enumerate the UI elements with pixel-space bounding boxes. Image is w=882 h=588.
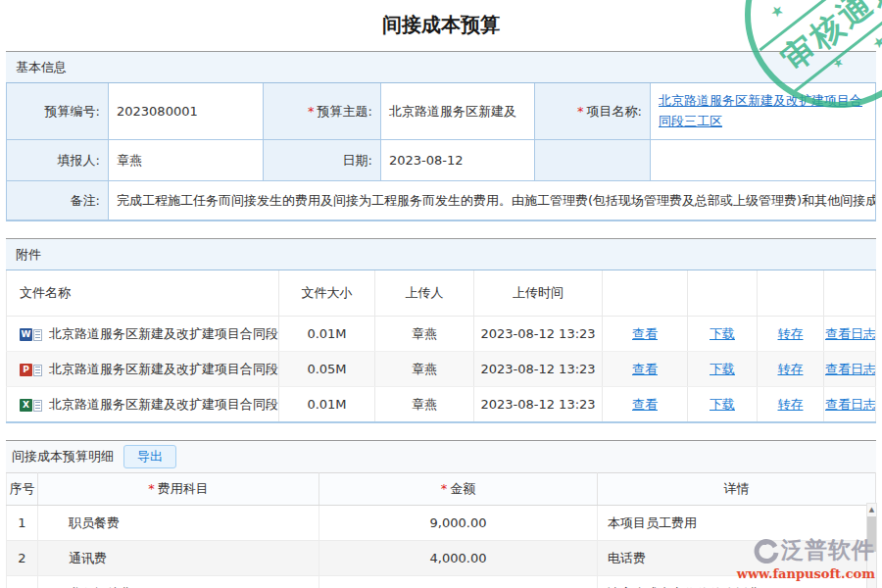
vertical-scrollbar[interactable]: ▲	[866, 503, 877, 588]
download-link[interactable]: 下载	[710, 326, 735, 341]
remark-label: 备注:	[7, 181, 109, 220]
col-action-1	[603, 270, 688, 317]
col-amount: *金额	[319, 473, 598, 506]
section-attachments-header: 附件	[6, 238, 876, 270]
budget-no-value: 2023080001	[109, 83, 264, 140]
page-title: 间接成本预算	[6, 0, 876, 51]
detail-row: 1 职员餐费 9,000.00 本项目员工费用	[7, 506, 876, 541]
col-seq: 序号	[7, 473, 38, 506]
amount-cell: 15,000.00	[319, 576, 598, 588]
project-link[interactable]: 北京路道服务区新建及改扩建项目合同段三工区	[659, 91, 867, 130]
upload-time-cell: 2023-08-12 13:23	[474, 317, 603, 352]
export-button[interactable]: 导出	[123, 445, 176, 468]
subject-label: *预算主题:	[264, 83, 381, 140]
file-name-cell: X北京路道服务区新建及改扩建项目合同段	[7, 387, 279, 423]
file-name-cell: W北京路道服务区新建及改扩建项目合同段	[7, 317, 279, 352]
amount-cell: 4,000.00	[319, 541, 598, 576]
upload-time-cell: 2023-08-12 13:23	[474, 352, 603, 387]
details-section-title: 间接成本预算明细	[12, 448, 114, 466]
file-size-cell: 0.05M	[279, 352, 375, 387]
col-action-2	[688, 270, 758, 317]
required-asterisk: *	[308, 104, 315, 119]
required-asterisk: *	[577, 104, 584, 119]
col-upload-time: 上传时间	[474, 270, 603, 317]
filler-label: 填报人:	[7, 140, 109, 181]
uploader-cell: 章燕	[375, 387, 474, 423]
subject-cell: 业务招待费	[38, 576, 319, 588]
detail-row: 3 业务招待费 15,000.00 请客户或者合作伙伴吃饭费用	[7, 576, 876, 588]
detail-cell: 本项目员工费用	[598, 506, 876, 541]
file-size-cell: 0.01M	[279, 387, 375, 423]
view-log-link[interactable]: 查看日志	[825, 326, 876, 341]
col-action-3	[758, 270, 824, 317]
transfer-link[interactable]: 转存	[778, 362, 804, 376]
col-expense-subject: *费用科目	[38, 473, 319, 506]
section-details-header: 间接成本预算明细 导出	[6, 440, 876, 472]
seq-cell: 1	[7, 506, 38, 541]
details-table-wrap: 序号 *费用科目 *金额 详情 1 职员餐费 9,000.00 本项目员工费用 …	[6, 472, 876, 588]
filler-value: 章燕	[109, 140, 264, 181]
col-file-name: 文件名称	[7, 270, 279, 317]
subject-cell: 职员餐费	[38, 506, 319, 541]
empty-value-cell	[651, 140, 875, 181]
download-link[interactable]: 下载	[710, 397, 735, 412]
details-header-row: 序号 *费用科目 *金额 详情	[7, 473, 876, 506]
attachment-row: P北京路道服务区新建及改扩建项目合同段 0.05M 章燕 2023-08-12 …	[7, 352, 876, 387]
budget-no-label: 预算编号:	[7, 83, 109, 140]
attachment-row: W北京路道服务区新建及改扩建项目合同段 0.01M 章燕 2023-08-12 …	[7, 317, 876, 352]
view-log-link[interactable]: 查看日志	[825, 397, 876, 412]
transfer-link[interactable]: 转存	[778, 326, 804, 341]
view-link[interactable]: 查看	[632, 397, 658, 412]
basic-info-form: 预算编号: 2023080001 *预算主题: 北京路道服务区新建及 *项目名称…	[6, 83, 876, 221]
download-link[interactable]: 下载	[710, 362, 735, 376]
col-file-size: 文件大小	[279, 270, 375, 317]
word-file-icon: W	[20, 328, 42, 341]
remark-value: 完成工程施工任务而间接发生的费用及间接为工程服务而发生的费用。由施工管理费(包括…	[109, 181, 875, 220]
col-uploader: 上传人	[375, 270, 474, 317]
transfer-link[interactable]: 转存	[778, 397, 804, 412]
excel-file-icon: X	[20, 399, 42, 412]
detail-cell: 电话费	[598, 541, 876, 576]
view-link[interactable]: 查看	[632, 326, 658, 341]
empty-label-cell	[535, 140, 651, 181]
scrollbar-up-icon[interactable]: ▲	[869, 504, 874, 516]
detail-cell: 请客户或者合作伙伴吃饭费用	[598, 576, 876, 588]
date-label: 日期:	[264, 140, 381, 181]
uploader-cell: 章燕	[375, 317, 474, 352]
project-label: *项目名称:	[535, 83, 651, 140]
col-action-4	[824, 270, 876, 317]
upload-time-cell: 2023-08-12 13:23	[474, 387, 603, 423]
subject-value: 北京路道服务区新建及	[381, 83, 535, 140]
col-detail: 详情	[598, 473, 876, 506]
project-value-cell: 北京路道服务区新建及改扩建项目合同段三工区	[651, 83, 875, 140]
date-value: 2023-08-12	[381, 140, 535, 181]
section-basic-info-header: 基本信息	[6, 51, 876, 83]
view-log-link[interactable]: 查看日志	[825, 362, 876, 376]
attachment-row: X北京路道服务区新建及改扩建项目合同段 0.01M 章燕 2023-08-12 …	[7, 387, 876, 423]
file-name-cell: P北京路道服务区新建及改扩建项目合同段	[7, 352, 279, 387]
detail-row: 2 通讯费 4,000.00 电话费	[7, 541, 876, 576]
uploader-cell: 章燕	[375, 352, 474, 387]
powerpoint-file-icon: P	[20, 364, 42, 376]
view-link[interactable]: 查看	[632, 362, 658, 376]
required-asterisk: *	[441, 481, 448, 496]
attachments-header-row: 文件名称 文件大小 上传人 上传时间	[7, 270, 876, 317]
seq-cell: 3	[7, 576, 38, 588]
required-asterisk: *	[148, 481, 155, 496]
scrollbar-thumb[interactable]	[867, 516, 876, 552]
file-size-cell: 0.01M	[279, 317, 375, 352]
seq-cell: 2	[7, 541, 38, 576]
attachments-table: 文件名称 文件大小 上传人 上传时间 W北京路道服务区新建及改扩建项目合同段 0…	[6, 270, 876, 423]
amount-cell: 9,000.00	[319, 506, 598, 541]
details-table: 序号 *费用科目 *金额 详情 1 职员餐费 9,000.00 本项目员工费用 …	[6, 472, 876, 588]
subject-cell: 通讯费	[38, 541, 319, 576]
